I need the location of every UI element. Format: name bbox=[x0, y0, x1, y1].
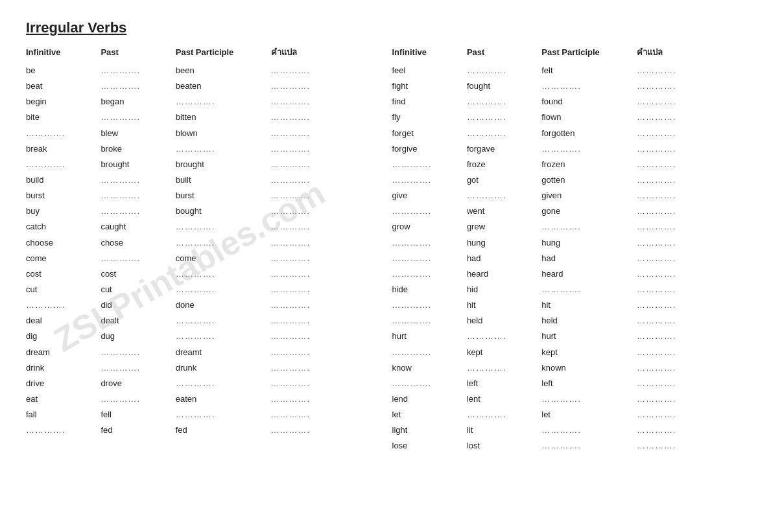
cell-past-1: fought bbox=[467, 78, 541, 94]
cell-past-4: blew bbox=[101, 126, 175, 141]
table-row: lendlent………….…………. bbox=[392, 391, 733, 407]
cell-inf-21: lend bbox=[392, 391, 467, 407]
table-row: lightlit………….…………. bbox=[392, 422, 733, 438]
cell-past-19: …………. bbox=[101, 360, 175, 376]
cell-past-5: broke bbox=[101, 141, 175, 157]
cell-inf-13: cost bbox=[26, 266, 101, 282]
table-row: ………….fedfed…………. bbox=[26, 422, 366, 438]
table-row: fightfought………….…………. bbox=[392, 78, 733, 94]
cell-inf-4: …………. bbox=[26, 126, 101, 141]
cell-past-9: …………. bbox=[101, 203, 175, 219]
cell-past-16: dealt bbox=[101, 313, 175, 329]
cell-pp-15: done bbox=[176, 297, 271, 313]
table-row: beginbegan………….…………. bbox=[26, 94, 366, 110]
table-row: costcost………….…………. bbox=[26, 266, 366, 282]
cell-pp-17: hurt bbox=[541, 329, 637, 344]
table-row: hurt………….hurt…………. bbox=[392, 329, 733, 344]
cell-pp-13: …………. bbox=[176, 266, 271, 282]
cell-inf-0: be bbox=[26, 63, 101, 78]
cell-inf-1: beat bbox=[26, 78, 101, 94]
cell-th-14: …………. bbox=[637, 282, 732, 297]
cell-past-8: …………. bbox=[101, 188, 175, 203]
table-row: ………….hithit…………. bbox=[392, 297, 733, 313]
cell-th-1: …………. bbox=[271, 78, 366, 94]
table-row: ………….gotgotten…………. bbox=[392, 172, 733, 188]
cell-th-1: …………. bbox=[637, 78, 732, 94]
table-row: ………….heldheld…………. bbox=[392, 313, 733, 329]
table-row: drivedrove………….…………. bbox=[26, 376, 366, 391]
cell-inf-4: forget bbox=[392, 126, 467, 141]
cell-inf-17: hurt bbox=[392, 329, 467, 344]
cell-inf-16: deal bbox=[26, 313, 101, 329]
cell-inf-19: know bbox=[392, 360, 467, 376]
cell-th-24: …………. bbox=[637, 438, 732, 454]
cell-th-20: …………. bbox=[271, 376, 366, 391]
cell-past-17: dug bbox=[101, 329, 175, 344]
cell-th-22: …………. bbox=[271, 407, 366, 422]
cell-inf-8: burst bbox=[26, 188, 101, 203]
table-row: breakbroke………….…………. bbox=[26, 141, 366, 157]
page-title: Irregular Verbs bbox=[26, 19, 732, 36]
cell-past-5: forgave bbox=[467, 141, 541, 157]
cell-inf-6: …………. bbox=[392, 157, 467, 172]
cell-pp-20: left bbox=[541, 376, 637, 391]
cell-inf-14: cut bbox=[26, 282, 101, 297]
cell-th-21: …………. bbox=[637, 391, 732, 407]
cell-th-5: …………. bbox=[637, 141, 732, 157]
cell-inf-6: …………. bbox=[26, 157, 101, 172]
table-row: know………….known…………. bbox=[392, 360, 733, 376]
cell-pp-24: …………. bbox=[541, 438, 637, 454]
cell-th-15: …………. bbox=[271, 297, 366, 313]
table-row: drink………….drunk…………. bbox=[26, 360, 366, 376]
table-row: let………….let…………. bbox=[392, 407, 733, 422]
cell-pp-8: burst bbox=[176, 188, 271, 203]
cell-inf-5: break bbox=[26, 141, 101, 157]
cell-past-11: chose bbox=[101, 235, 175, 251]
cell-inf-7: build bbox=[26, 172, 101, 188]
right-header-infinitive: Infinitive bbox=[392, 45, 467, 63]
cell-th-20: …………. bbox=[637, 376, 732, 391]
cell-inf-3: bite bbox=[26, 110, 101, 125]
table-row: ………….leftleft…………. bbox=[392, 376, 733, 391]
cell-inf-21: eat bbox=[26, 391, 101, 407]
cell-th-16: …………. bbox=[271, 313, 366, 329]
table-row: ………….heardheard…………. bbox=[392, 266, 733, 282]
cell-inf-10: grow bbox=[392, 219, 467, 235]
cell-inf-18: …………. bbox=[392, 345, 467, 360]
cell-pp-3: flown bbox=[541, 110, 637, 125]
cell-pp-6: frozen bbox=[541, 157, 637, 172]
cell-past-14: cut bbox=[101, 282, 175, 297]
cell-pp-22: …………. bbox=[176, 407, 271, 422]
cell-pp-14: …………. bbox=[176, 282, 271, 297]
table-row: beat………….beaten…………. bbox=[26, 78, 366, 94]
cell-th-11: …………. bbox=[637, 235, 732, 251]
table-row: dealdealt………….…………. bbox=[26, 313, 366, 329]
cell-pp-11: hung bbox=[541, 235, 637, 251]
cell-th-14: …………. bbox=[271, 282, 366, 297]
cell-inf-24: lose bbox=[392, 438, 467, 454]
cell-past-14: hid bbox=[467, 282, 541, 297]
cell-th-0: …………. bbox=[637, 63, 732, 78]
cell-past-24: lost bbox=[467, 438, 541, 454]
cell-past-12: had bbox=[467, 251, 541, 266]
table-row: forgiveforgave………….…………. bbox=[392, 141, 733, 157]
page: ZSLPrintables.com Irregular Verbs Infini… bbox=[0, 0, 758, 532]
cell-pp-0: felt bbox=[541, 63, 637, 78]
cell-th-8: …………. bbox=[637, 188, 732, 203]
cell-th-3: …………. bbox=[271, 110, 366, 125]
cell-pp-12: come bbox=[176, 251, 271, 266]
left-header-thai: คำแปล bbox=[271, 45, 366, 63]
cell-past-3: …………. bbox=[101, 110, 175, 125]
cell-pp-19: drunk bbox=[176, 360, 271, 376]
cell-pp-18: dreamt bbox=[176, 345, 271, 360]
left-header-pp: Past Participle bbox=[176, 45, 271, 63]
cell-th-12: …………. bbox=[271, 251, 366, 266]
left-column: Infinitive Past Past Participle คำแปล be… bbox=[26, 45, 366, 454]
table-row: be………….been…………. bbox=[26, 63, 366, 78]
cell-past-15: hit bbox=[467, 297, 541, 313]
cell-th-3: …………. bbox=[637, 110, 732, 125]
table-row: ………….diddone…………. bbox=[26, 297, 366, 313]
cell-pp-20: …………. bbox=[176, 376, 271, 391]
cell-pp-6: brought bbox=[176, 157, 271, 172]
right-table: Infinitive Past Past Participle คำแปล fe… bbox=[392, 45, 733, 454]
